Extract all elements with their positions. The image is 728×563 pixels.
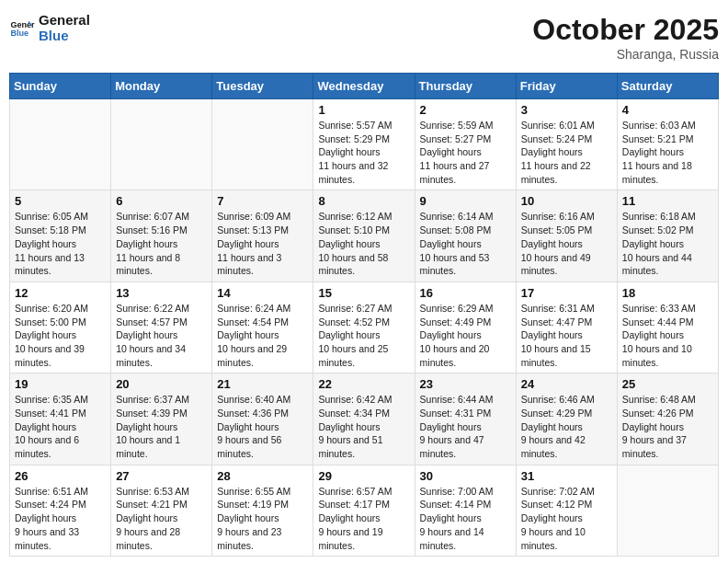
calendar-day-cell: 18Sunrise: 6:33 AMSunset: 4:44 PMDayligh… xyxy=(617,282,718,373)
day-number: 1 xyxy=(318,103,409,117)
weekday-header-tuesday: Tuesday xyxy=(212,74,313,99)
calendar-day-cell: 22Sunrise: 6:42 AMSunset: 4:34 PMDayligh… xyxy=(313,373,415,465)
calendar-day-cell: 2Sunrise: 5:59 AMSunset: 5:27 PMDaylight… xyxy=(415,99,516,190)
day-info: Sunrise: 6:33 AMSunset: 4:44 PMDaylight … xyxy=(622,302,713,369)
day-number: 15 xyxy=(318,286,409,300)
calendar-day-cell: 3Sunrise: 6:01 AMSunset: 5:24 PMDaylight… xyxy=(516,99,617,190)
calendar-day-cell: 23Sunrise: 6:44 AMSunset: 4:31 PMDayligh… xyxy=(415,373,516,465)
calendar-day-cell: 25Sunrise: 6:48 AMSunset: 4:26 PMDayligh… xyxy=(617,373,718,465)
day-info: Sunrise: 5:59 AMSunset: 5:27 PMDaylight … xyxy=(420,119,511,186)
calendar-day-cell: 13Sunrise: 6:22 AMSunset: 4:57 PMDayligh… xyxy=(111,282,212,373)
day-number: 25 xyxy=(622,377,713,391)
day-info: Sunrise: 6:29 AMSunset: 4:49 PMDaylight … xyxy=(420,302,511,369)
calendar-week-row: 26Sunrise: 6:51 AMSunset: 4:24 PMDayligh… xyxy=(10,465,719,556)
calendar-day-cell: 17Sunrise: 6:31 AMSunset: 4:47 PMDayligh… xyxy=(516,282,617,373)
calendar-week-row: 19Sunrise: 6:35 AMSunset: 4:41 PMDayligh… xyxy=(10,373,719,465)
day-info: Sunrise: 6:44 AMSunset: 4:31 PMDaylight … xyxy=(420,393,511,460)
day-info: Sunrise: 6:16 AMSunset: 5:05 PMDaylight … xyxy=(521,210,612,277)
day-number: 27 xyxy=(116,469,207,483)
title-block: October 2025 Sharanga, Russia xyxy=(532,13,719,62)
day-number: 28 xyxy=(217,469,308,483)
calendar-day-cell: 19Sunrise: 6:35 AMSunset: 4:41 PMDayligh… xyxy=(10,373,111,465)
calendar-day-cell: 11Sunrise: 6:18 AMSunset: 5:02 PMDayligh… xyxy=(617,190,718,282)
calendar-day-cell: 31Sunrise: 7:02 AMSunset: 4:12 PMDayligh… xyxy=(516,465,617,556)
day-number: 4 xyxy=(622,103,713,117)
day-number: 9 xyxy=(420,194,511,208)
day-number: 26 xyxy=(15,469,106,483)
day-info: Sunrise: 7:02 AMSunset: 4:12 PMDaylight … xyxy=(521,485,612,552)
location: Sharanga, Russia xyxy=(532,47,719,62)
day-number: 29 xyxy=(318,469,409,483)
calendar-day-cell: 30Sunrise: 7:00 AMSunset: 4:14 PMDayligh… xyxy=(415,465,516,556)
calendar-day-cell: 10Sunrise: 6:16 AMSunset: 5:05 PMDayligh… xyxy=(516,190,617,282)
day-info: Sunrise: 6:35 AMSunset: 4:41 PMDaylight … xyxy=(15,393,106,460)
day-info: Sunrise: 6:01 AMSunset: 5:24 PMDaylight … xyxy=(521,119,612,186)
day-info: Sunrise: 6:31 AMSunset: 4:47 PMDaylight … xyxy=(521,302,612,369)
calendar-day-cell: 29Sunrise: 6:57 AMSunset: 4:17 PMDayligh… xyxy=(313,465,415,556)
day-number: 31 xyxy=(521,469,612,483)
day-number: 10 xyxy=(521,194,612,208)
day-info: Sunrise: 6:03 AMSunset: 5:21 PMDaylight … xyxy=(622,119,713,186)
calendar-day-cell: 12Sunrise: 6:20 AMSunset: 5:00 PMDayligh… xyxy=(10,282,111,373)
logo-icon: General Blue xyxy=(9,16,35,41)
day-number: 11 xyxy=(622,194,713,208)
day-info: Sunrise: 6:40 AMSunset: 4:36 PMDaylight … xyxy=(217,393,308,460)
day-info: Sunrise: 6:05 AMSunset: 5:18 PMDaylight … xyxy=(15,210,106,277)
day-info: Sunrise: 6:18 AMSunset: 5:02 PMDaylight … xyxy=(622,210,713,277)
calendar-day-cell xyxy=(10,99,111,190)
svg-text:Blue: Blue xyxy=(10,29,28,38)
page-container: General Blue General Blue October 2025 S… xyxy=(9,9,719,557)
day-info: Sunrise: 6:27 AMSunset: 4:52 PMDaylight … xyxy=(318,302,409,369)
calendar-day-cell: 21Sunrise: 6:40 AMSunset: 4:36 PMDayligh… xyxy=(212,373,313,465)
month-title: October 2025 xyxy=(532,13,719,47)
day-number: 14 xyxy=(217,286,308,300)
day-info: Sunrise: 6:20 AMSunset: 5:00 PMDaylight … xyxy=(15,302,106,369)
day-number: 6 xyxy=(116,194,207,208)
day-info: Sunrise: 6:42 AMSunset: 4:34 PMDaylight … xyxy=(318,393,409,460)
day-info: Sunrise: 6:46 AMSunset: 4:29 PMDaylight … xyxy=(521,393,612,460)
day-number: 24 xyxy=(521,377,612,391)
day-info: Sunrise: 6:53 AMSunset: 4:21 PMDaylight … xyxy=(116,485,207,552)
day-info: Sunrise: 6:09 AMSunset: 5:13 PMDaylight … xyxy=(217,210,308,277)
calendar-day-cell xyxy=(617,465,718,556)
day-info: Sunrise: 6:37 AMSunset: 4:39 PMDaylight … xyxy=(116,393,207,460)
day-number: 30 xyxy=(420,469,511,483)
day-number: 18 xyxy=(622,286,713,300)
calendar-week-row: 12Sunrise: 6:20 AMSunset: 5:00 PMDayligh… xyxy=(10,282,719,373)
calendar-day-cell: 27Sunrise: 6:53 AMSunset: 4:21 PMDayligh… xyxy=(111,465,212,556)
weekday-header-wednesday: Wednesday xyxy=(313,74,415,99)
calendar-day-cell: 8Sunrise: 6:12 AMSunset: 5:10 PMDaylight… xyxy=(313,190,415,282)
day-info: Sunrise: 6:07 AMSunset: 5:16 PMDaylight … xyxy=(116,210,207,277)
day-number: 17 xyxy=(521,286,612,300)
day-info: Sunrise: 6:55 AMSunset: 4:19 PMDaylight … xyxy=(217,485,308,552)
day-number: 16 xyxy=(420,286,511,300)
day-number: 2 xyxy=(420,103,511,117)
day-info: Sunrise: 7:00 AMSunset: 4:14 PMDaylight … xyxy=(420,485,511,552)
day-number: 23 xyxy=(420,377,511,391)
calendar-day-cell: 7Sunrise: 6:09 AMSunset: 5:13 PMDaylight… xyxy=(212,190,313,282)
weekday-header-friday: Friday xyxy=(516,74,617,99)
day-number: 21 xyxy=(217,377,308,391)
weekday-header-row: SundayMondayTuesdayWednesdayThursdayFrid… xyxy=(10,74,719,99)
day-number: 8 xyxy=(318,194,409,208)
calendar-day-cell xyxy=(212,99,313,190)
calendar-day-cell: 15Sunrise: 6:27 AMSunset: 4:52 PMDayligh… xyxy=(313,282,415,373)
day-number: 13 xyxy=(116,286,207,300)
page-header: General Blue General Blue October 2025 S… xyxy=(9,9,719,65)
day-number: 3 xyxy=(521,103,612,117)
day-info: Sunrise: 5:57 AMSunset: 5:29 PMDaylight … xyxy=(318,119,409,186)
weekday-header-sunday: Sunday xyxy=(10,74,111,99)
calendar-table: SundayMondayTuesdayWednesdayThursdayFrid… xyxy=(9,73,719,557)
day-info: Sunrise: 6:12 AMSunset: 5:10 PMDaylight … xyxy=(318,210,409,277)
calendar-week-row: 1Sunrise: 5:57 AMSunset: 5:29 PMDaylight… xyxy=(10,99,719,190)
logo-general: General xyxy=(39,13,90,29)
day-info: Sunrise: 6:24 AMSunset: 4:54 PMDaylight … xyxy=(217,302,308,369)
calendar-day-cell: 26Sunrise: 6:51 AMSunset: 4:24 PMDayligh… xyxy=(10,465,111,556)
calendar-day-cell: 14Sunrise: 6:24 AMSunset: 4:54 PMDayligh… xyxy=(212,282,313,373)
day-number: 19 xyxy=(15,377,106,391)
calendar-day-cell: 5Sunrise: 6:05 AMSunset: 5:18 PMDaylight… xyxy=(10,190,111,282)
calendar-day-cell: 16Sunrise: 6:29 AMSunset: 4:49 PMDayligh… xyxy=(415,282,516,373)
day-number: 5 xyxy=(15,194,106,208)
calendar-day-cell: 24Sunrise: 6:46 AMSunset: 4:29 PMDayligh… xyxy=(516,373,617,465)
day-number: 20 xyxy=(116,377,207,391)
